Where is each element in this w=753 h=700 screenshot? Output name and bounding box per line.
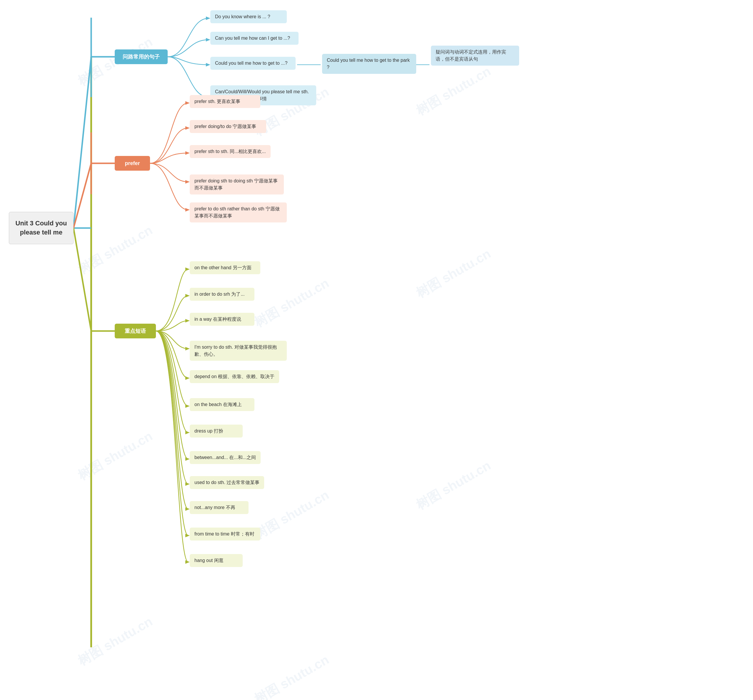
leaf-ask-2: Can you tell me how can I get to ...? [210,32,299,45]
leaf-prefer-4: prefer doing sth to doing sth 宁愿做某事而不愿做某… [190,175,284,194]
ask-detail: Could you tell me how to get to the park… [322,54,416,74]
svg-line-3 [73,163,91,228]
watermark-7: 树图 shutu.cn [75,428,156,484]
svg-marker-21 [185,208,190,212]
branch-phrases: 重点短语 [115,323,156,338]
svg-marker-25 [185,347,190,350]
branch-prefer: prefer [115,156,150,171]
svg-marker-20 [185,180,190,184]
svg-marker-13 [206,17,210,20]
leaf-ask-1: Do you know where is ... ? [210,10,287,23]
leaf-ph-11: from time to time 时常；有时 [190,528,260,541]
leaf-ph-7: dress up 打扮 [190,425,243,438]
connector-lines [0,0,753,700]
watermark-3: 树图 shutu.cn [413,62,494,119]
watermark-8: 树图 shutu.cn [251,486,332,543]
leaf-prefer-5: prefer to do sth rather than do sth 宁愿做某… [190,202,287,222]
svg-marker-28 [185,431,190,434]
svg-marker-31 [185,507,190,511]
svg-marker-29 [185,457,190,461]
leaf-ph-10: not...any more 不再 [190,501,249,514]
svg-marker-32 [185,534,190,537]
watermark-4: 树图 shutu.cn [75,222,156,278]
leaf-ph-4: I'm sorry to do sth. 对做某事我觉得很抱歉、伤心。 [190,341,287,361]
watermark-6: 树图 shutu.cn [413,245,494,302]
leaf-ph-9: used to do sth. 过去常常做某事 [190,476,264,489]
svg-marker-15 [206,63,210,67]
root-node: Unit 3 Could you please tell me [9,212,73,244]
svg-marker-24 [185,319,190,322]
svg-marker-17 [185,101,190,105]
svg-line-4 [73,228,91,331]
svg-marker-23 [185,294,190,297]
leaf-prefer-2: prefer doing/to do 宁愿做某事 [190,120,266,133]
leaf-prefer-1: prefer sth. 更喜欢某事 [190,95,260,108]
branch-ask: 问路常用的句子 [115,50,168,64]
branch-ask-label: 问路常用的句子 [123,53,160,60]
watermark-5: 树图 shutu.cn [251,275,332,331]
svg-marker-19 [185,151,190,155]
watermark-11: 树图 shutu.cn [251,651,332,700]
leaf-ph-3: in a way 在某种程度说 [190,313,254,326]
leaf-ph-1: on the other hand 另一方面 [190,261,260,274]
leaf-ph-5: depend on 根据、依靠、依赖、取决于 [190,370,279,383]
ask-note: 疑问词与动词不定式连用，用作宾语，但不是宾语从句 [431,45,519,66]
watermark-9: 树图 shutu.cn [413,457,494,514]
svg-marker-14 [206,38,210,42]
branch-prefer-label: prefer [125,160,140,167]
mind-map-container: 树图 shutu.cn 树图 shutu.cn 树图 shutu.cn 树图 s… [0,0,753,700]
svg-marker-30 [185,482,190,486]
svg-line-2 [73,57,91,228]
leaf-ask-3: Could you tell me how to get to ...? [210,57,296,70]
leaf-ph-8: between...and... 在...和...之间 [190,451,260,464]
leaf-ph-6: on the beach 在海滩上 [190,398,254,411]
svg-marker-18 [185,126,190,130]
svg-marker-33 [185,560,190,564]
svg-marker-22 [185,267,190,271]
leaf-ph-2: in order to do srh 为了... [190,288,254,301]
svg-marker-26 [185,377,190,380]
leaf-prefer-3: prefer sth to sth. 同...相比更喜欢... [190,145,271,158]
root-label: Unit 3 Could you please tell me [12,219,70,237]
leaf-ph-12: hang out 闲逛 [190,554,243,567]
watermark-10: 树图 shutu.cn [75,613,156,670]
branch-phrases-label: 重点短语 [125,328,146,334]
svg-marker-27 [185,404,190,408]
